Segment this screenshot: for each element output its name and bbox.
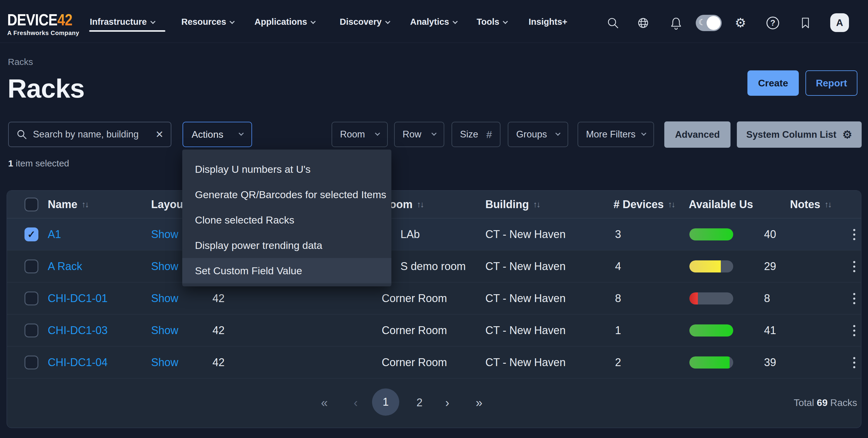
gear-icon: ⚙: [842, 128, 852, 141]
table-row[interactable]: ✓ CHI-DC1-01 Show 42 Corner Room CT - Ne…: [7, 282, 861, 314]
sort-icon[interactable]: ↑↓: [825, 200, 831, 209]
layout-show-link[interactable]: Show: [151, 314, 178, 346]
row-checkbox[interactable]: ✓: [25, 260, 38, 273]
devices-cell: 1: [615, 314, 621, 346]
search-icon[interactable]: [606, 16, 620, 30]
column-header-building[interactable]: Building↑↓: [485, 191, 540, 218]
system-column-list-button[interactable]: System Column List⚙: [737, 122, 862, 148]
availability-bar: [689, 260, 733, 272]
column-header-devices[interactable]: # Devices↑↓: [614, 191, 675, 218]
rack-name-link[interactable]: A Rack: [48, 250, 82, 282]
nav-item-tools[interactable]: Tools: [476, 17, 507, 27]
menu-item-clone-selected-racks[interactable]: Clone selected Racks: [182, 207, 392, 233]
table-row[interactable]: ✓ CHI-DC1-04 Show 42 Corner Room CT - Ne…: [7, 346, 861, 378]
building-cell: CT - New Haven: [485, 346, 565, 378]
row-checkbox[interactable]: ✓: [25, 356, 38, 369]
building-cell: CT - New Haven: [485, 314, 565, 346]
sort-icon[interactable]: ↑↓: [82, 200, 88, 209]
row-actions-kebab[interactable]: [848, 355, 860, 370]
table-row[interactable]: ✓ A Rack Show S demo room CT - New Haven…: [7, 250, 861, 282]
column-header-available-us: Available Us: [689, 191, 753, 218]
selection-status: 1 item selected: [8, 158, 69, 169]
menu-item-display-u-numbers[interactable]: Display U numbers at U's: [182, 157, 392, 182]
filter-more-filters[interactable]: More Filters: [578, 122, 654, 147]
layout-show-link[interactable]: Show: [151, 346, 178, 378]
filter-row[interactable]: Row: [394, 122, 444, 147]
prev-page-button[interactable]: ‹: [345, 389, 366, 417]
layout-show-link[interactable]: Show: [151, 282, 178, 314]
nav-item-insights[interactable]: Insights+: [529, 17, 567, 27]
nav-item-analytics[interactable]: Analytics: [410, 17, 457, 27]
room-cell: Corner Room: [382, 346, 447, 378]
table-header-row: ✓ Name↑↓ Layout Room↑↓ Building↑↓ # Devi…: [7, 191, 861, 218]
sort-icon[interactable]: ↑↓: [668, 200, 675, 209]
menu-item-display-power-trending[interactable]: Display power trending data: [182, 233, 392, 258]
next-page-button[interactable]: ›: [437, 389, 458, 417]
select-all-checkbox[interactable]: ✓: [25, 198, 38, 211]
row-actions-kebab[interactable]: [848, 323, 860, 338]
row-checkbox[interactable]: ✓: [25, 228, 38, 241]
filter-groups[interactable]: Groups: [508, 122, 568, 147]
layout-show-link[interactable]: Show: [151, 218, 178, 250]
availability-bar-fill: [689, 228, 733, 240]
row-actions-kebab[interactable]: [848, 259, 860, 274]
rack-name-link[interactable]: A1: [48, 218, 61, 250]
device42-logo[interactable]: DEVICE42 A Freshworks Company: [7, 10, 84, 37]
rack-name-link[interactable]: CHI-DC1-01: [48, 282, 107, 314]
table-row[interactable]: ✓ A1 Show LAb CT - New Haven 3 40: [7, 218, 861, 250]
room-cell: LAb: [400, 218, 420, 250]
bookmark-icon[interactable]: [799, 16, 812, 30]
chevron-down-icon: [503, 19, 508, 24]
user-avatar[interactable]: A: [830, 13, 849, 32]
availability-bar-fill: [689, 260, 721, 272]
room-cell: S demo room: [400, 250, 466, 282]
rack-name-link[interactable]: CHI-DC1-04: [48, 346, 107, 378]
page-1-button[interactable]: 1: [372, 389, 399, 416]
report-button[interactable]: Report: [805, 70, 858, 96]
devices-cell: 3: [615, 218, 621, 250]
rack-name-link[interactable]: CHI-DC1-03: [48, 314, 107, 346]
advanced-button[interactable]: Advanced: [664, 122, 731, 148]
nav-item-infrastructure[interactable]: Infrastructure: [90, 17, 155, 27]
column-header-notes[interactable]: Notes↑↓: [790, 191, 831, 218]
table-row[interactable]: ✓ CHI-DC1-03 Show 42 Corner Room CT - Ne…: [7, 314, 861, 346]
sort-icon[interactable]: ↑↓: [533, 200, 540, 209]
racks-page: DEVICE42 A Freshworks Company Infrastruc…: [0, 0, 868, 438]
row-actions-kebab[interactable]: [848, 227, 860, 242]
nav-item-resources[interactable]: Resources: [181, 17, 234, 27]
column-header-name[interactable]: Name↑↓: [48, 191, 88, 218]
available-us-cell: 29: [764, 250, 776, 282]
filter-size[interactable]: Size#: [452, 122, 500, 147]
clear-search-icon[interactable]: ✕: [153, 129, 163, 140]
nav-item-discovery[interactable]: Discovery: [340, 17, 390, 27]
hash-icon: #: [486, 129, 492, 140]
column-header-layout: Layout: [151, 191, 187, 218]
filter-room[interactable]: Room: [332, 122, 388, 147]
availability-bar-fill: [689, 325, 733, 337]
size-cell: 42: [213, 314, 224, 346]
settings-gear-icon[interactable]: ⚙: [734, 16, 747, 30]
notifications-bell-icon[interactable]: [669, 16, 683, 30]
menu-item-set-custom-field-value[interactable]: Set Custom Field Value: [182, 258, 392, 283]
chevron-down-icon: [311, 19, 316, 24]
first-page-button[interactable]: «: [314, 389, 335, 417]
row-actions-kebab[interactable]: [848, 291, 860, 306]
globe-icon[interactable]: [636, 16, 650, 30]
layout-show-link[interactable]: Show: [151, 250, 178, 282]
last-page-button[interactable]: »: [468, 389, 490, 417]
create-button[interactable]: Create: [747, 70, 799, 96]
search-input[interactable]: [33, 129, 153, 140]
size-cell: 42: [213, 282, 224, 314]
menu-item-generate-qr-barcodes[interactable]: Generate QR/Barcodes for selected Items: [182, 182, 392, 207]
page-2-button[interactable]: 2: [406, 389, 433, 417]
theme-toggle[interactable]: ☾: [696, 15, 722, 31]
chevron-down-icon: [556, 131, 561, 136]
breadcrumb[interactable]: Racks: [8, 57, 33, 67]
row-checkbox[interactable]: ✓: [25, 292, 38, 305]
actions-dropdown-button[interactable]: Actions: [183, 122, 252, 147]
help-icon[interactable]: ?: [766, 16, 780, 30]
nav-item-applications[interactable]: Applications: [254, 17, 315, 27]
sort-icon[interactable]: ↑↓: [417, 200, 424, 209]
chevron-down-icon: [239, 131, 244, 136]
row-checkbox[interactable]: ✓: [25, 324, 38, 337]
